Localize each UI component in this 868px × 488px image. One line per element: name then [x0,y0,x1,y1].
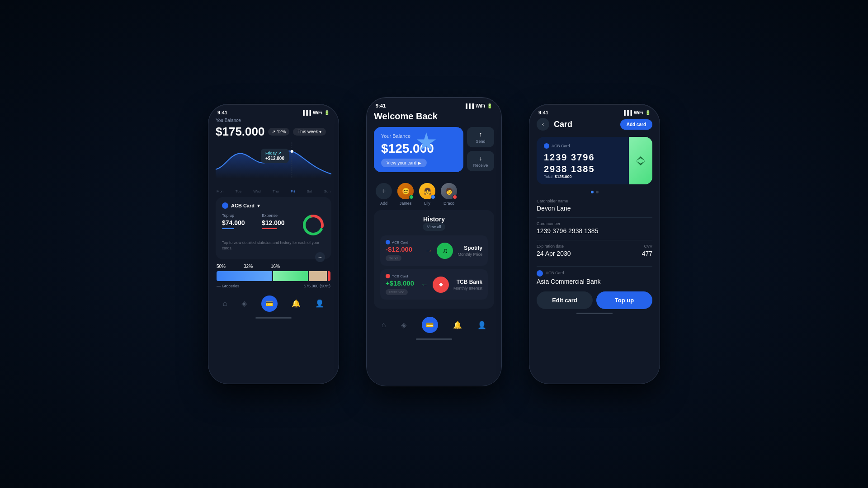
view-all-btn[interactable]: View all [423,223,446,231]
nav-bell[interactable]: 🔔 [292,299,301,308]
nav-profile[interactable]: 👤 [315,299,324,308]
avatar-james: 😊 [397,183,414,199]
week-badge[interactable]: This week ▾ [293,128,326,136]
merchant-spotify: Spotify [464,245,482,251]
nav-chart-2[interactable]: ◈ [401,321,406,329]
nav-bell-2[interactable]: 🔔 [453,321,462,329]
bank-row: ACB Card Asia Commercial Bank [537,270,652,285]
balance-card-amount: $125.000 [381,141,456,156]
tx-acb-label: ACB Card [386,240,420,244]
tcb-icon: ◆ [433,277,449,293]
receive-label: Receive [473,163,488,168]
chart-area: Friday ↗ +$12.000 [216,142,331,188]
tooltip-amount: +$12.000 [265,156,284,161]
back-button[interactable]: ‹ [537,118,549,131]
lily-name: Lily [424,201,430,206]
status-bar-1: 9:41 ▐▐▐ WiFi 🔋 [208,104,339,118]
tx-right-spotify: Spotify Monthly Price [458,245,482,257]
add-contact-item: + Add [376,183,392,206]
bank-label: ACB Card [546,271,564,275]
cvv-label: CVV [642,244,652,249]
acb-bank-dot [537,270,543,277]
send-btn[interactable]: ↑ Send [467,127,494,147]
bank-card-total: Total $125.000 [544,174,572,179]
day-mon: Mon [217,189,224,193]
acb-dot-card [544,143,549,149]
nav-profile-2[interactable]: 👤 [477,321,486,329]
dot-active [591,191,594,193]
view-card-btn[interactable]: View your card ▶ [381,159,427,167]
signal-icon-3: ▐▐▐ [623,110,632,115]
card-page-header: ‹ Card Add card [537,118,652,131]
tx-tcb-label: TCB Card [386,274,416,278]
nav-wallet-active[interactable]: 💳 [261,296,278,312]
nav-home[interactable]: ⌂ [223,300,227,308]
status-icons-1: ▐▐▐ WiFi 🔋 [302,110,330,115]
budget-amount: $75.000 (50%) [304,284,330,288]
divider-2 [537,240,652,240]
balance-amount: $175.000 [216,125,264,139]
action-buttons: Edit card Top up [537,291,652,309]
add-contact-btn[interactable]: + [376,183,392,199]
bank-card-visual: ACB Card 1239 3796 2938 1385 Total $125.… [537,137,652,184]
card-arrow-btn[interactable]: → [315,252,325,262]
chart-tooltip: Friday ↗ +$12.000 [261,149,289,163]
phone-3: 9:41 ▐▐▐ WiFi 🔋 ‹ Card Add card ACB Card… [529,104,660,384]
battery-icon-3: 🔋 [645,110,651,115]
day-wed: Wed [253,189,260,193]
tx-amount-tcb: +$18.000 [386,279,416,287]
day-fri: Fri [291,189,295,193]
day-tue: Tue [236,189,242,193]
expiry-label: Expiration date [537,244,571,249]
divider-1 [537,217,652,218]
dropdown-icon[interactable]: ▾ [257,203,260,209]
send-label: Send [476,139,485,144]
avatar-draco: 🧑 [441,183,457,199]
nav-home-2[interactable]: ⌂ [382,321,386,329]
arrow-right-icon: → [425,247,432,255]
bar-tan [309,271,327,281]
chart-days: Mon Tue Wed Thu Fri Sat Sun [216,189,331,193]
cardholder-label: Cardholder name [537,199,652,203]
pct-1: 50% [217,264,226,269]
history-title: History [380,216,488,223]
welcome-title: Welcome Back [374,111,494,122]
topup-bar [222,228,234,229]
acb-indicator [386,240,390,244]
card-description: Tap to view detailed statistics and hist… [222,240,325,251]
expiry-value: 24 Apr 2030 [537,250,571,257]
budget-label-row: — Groceries $75.000 (50%) [217,284,330,288]
nav-chart[interactable]: ◈ [241,299,247,308]
card-header: ACB Card ▾ [222,202,325,209]
status-icons-2: ▐▐▐ WiFi 🔋 [464,103,492,108]
battery-icon: 🔋 [324,110,330,115]
divider-3 [537,266,652,267]
percent-badge: ↗ 12% [268,128,289,136]
contacts-row: + Add 😊 James 👧 Lily 🧑 [376,183,494,206]
add-card-button[interactable]: Add card [620,119,652,130]
balance-label: Your Balance [381,133,456,139]
time-1: 9:41 [217,110,227,115]
pct-2: 32% [244,264,253,269]
tx-tag-tcb: Received [386,289,408,295]
status-bar-2: 9:41 ▐▐▐ WiFi 🔋 [367,98,501,111]
bottom-nav-2: ⌂ ◈ 💳 🔔 👤 [367,313,501,335]
acb-bank-row: ACB Card [537,270,652,277]
edit-card-button[interactable]: Edit card [537,291,593,309]
nav-wallet-active-2[interactable]: 💳 [422,317,438,333]
top-up-button[interactable]: Top up [596,291,652,309]
expense-bar [262,228,277,229]
cardholder-name: Devon Lane [537,205,652,212]
signal-icon-2: ▐▐▐ [464,103,474,108]
balance-row: $175.000 ↗ 12% This week ▾ [216,125,331,139]
status-bar-3: 9:41 ▐▐▐ WiFi 🔋 [529,104,660,118]
merchant-tcb: TCB Bank [457,279,482,285]
bar-blue [217,271,272,281]
draco-name: Draco [443,201,454,206]
budget-section: 50% 32% 16% — Groceries $75.000 (50%) [216,264,331,288]
expiry-row: Expiration date 24 Apr 2030 [537,244,571,257]
card-number-row: Card number 1239 3796 2938 1385 [537,221,652,235]
history-section: History View all ACB Card -$12.000 Send … [374,210,494,309]
james-name: James [400,201,412,206]
receive-btn[interactable]: ↓ Receive [467,151,494,171]
